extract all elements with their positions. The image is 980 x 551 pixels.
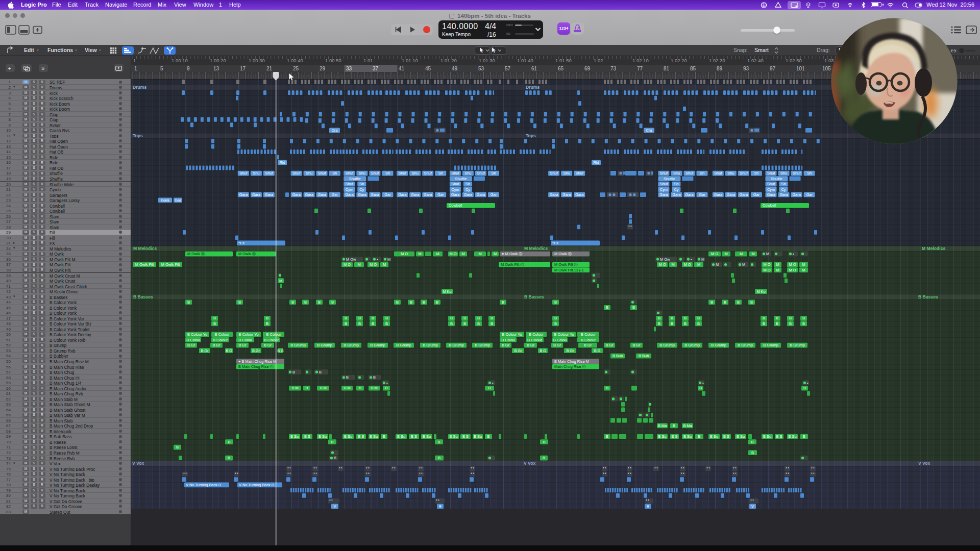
svg-text:B Gr: B Gr [566,348,574,353]
svg-text:Shuf: Shuf [398,171,406,176]
svg-text:M: M [776,268,779,272]
svg-text:49: 49 [452,66,458,71]
svg-text:B Colour: B Colour [215,332,230,337]
svg-text:Shuf: Shuf [318,171,326,176]
svg-text:B S: B S [723,434,729,439]
svg-text:Gara: Gara [550,192,558,197]
svg-text:M Ow: M Ow [660,257,670,262]
svg-text:*FX: *FX [238,241,244,245]
svg-text:Shu: Shu [673,171,680,176]
svg-text:B: B [803,386,806,390]
svg-text:B Basses: B Basses [524,294,544,299]
svg-text:B: B [383,434,385,439]
svg-text:1:02:50: 1:02:50 [786,58,802,63]
svg-text:B Ma: B Ma [658,423,667,428]
svg-text:69: 69 [584,66,591,71]
svg-text:Shuf: Shuf [292,171,301,176]
svg-text:B: B [697,321,700,326]
svg-text:1:01:40: 1:01:40 [517,58,533,63]
svg-text:Cy: Cy [465,187,470,192]
svg-text:B Su: B Su [474,434,482,439]
svg-text:Gar: Gar [699,192,705,197]
svg-text:B Grump: B Grump [790,343,805,347]
svg-text:B Gr: B Gr [212,343,220,347]
svg-text:B: B [763,321,765,326]
svg-text:B: B [658,321,660,326]
svg-text:Shu: Shu [780,171,787,176]
svg-text:1:01:50: 1:01:50 [555,58,572,63]
svg-text:Sh: Sh [754,171,758,176]
svg-text:M: M [776,262,779,267]
svg-text:Shuf: Shuf [714,171,722,176]
svg-text:Cym: Cym [660,187,668,192]
svg-text:1:01: 1:01 [363,58,373,63]
svg-text:Shu: Shu [727,171,734,176]
svg-text:B: B [304,300,307,305]
svg-text:B Grump: B Grump [449,343,464,347]
svg-text:105: 105 [822,66,831,71]
svg-text:B Gr: B Gr [527,343,535,347]
svg-text:● M Owlk ⓒ: ● M Owlk ⓒ [502,252,523,256]
svg-text:B: B [698,434,701,439]
svg-text:Shuf: Shuf [346,182,354,186]
svg-text:B: B [213,316,216,320]
svg-text:B Grump: B Grump [659,343,675,347]
svg-text:Drums: Drums [133,85,146,90]
svg-text:B Su: B Su [449,434,457,439]
svg-text:B: B [737,300,740,305]
svg-text:Shuf: Shuf [265,171,273,176]
svg-text:B: B [488,386,491,390]
svg-text:73: 73 [610,66,617,71]
svg-text:Gara: Gara [358,192,366,197]
svg-text:B: B [187,300,190,305]
svg-text:*FX: *FX [552,241,558,245]
svg-text:B Su: B Su [658,434,666,439]
svg-text:B Grump: B Grump [475,343,490,347]
svg-text:B: B [385,386,388,390]
svg-text:B Gr: B Gr [514,348,522,353]
svg-text:B G: B G [226,348,232,353]
svg-text:Shuf: Shuf [767,182,775,186]
svg-text:M O: M O [789,268,796,272]
svg-text:B: B [373,375,376,380]
svg-text:77: 77 [637,66,643,71]
svg-text:Cym: Cym [346,187,353,192]
svg-text:B Grump: B Grump [738,343,753,347]
svg-text:Gara: Gara [477,192,485,197]
svg-text:B Colour: B Colour [264,338,279,342]
svg-text:B: B [372,316,374,320]
svg-text:B: B [423,300,425,305]
svg-text:B Grump: B Grump [290,343,306,347]
svg-text:M: M [697,262,700,267]
svg-text:M O: M O [370,262,377,267]
svg-text:•: • [702,381,704,385]
svg-text:Gara: Gara [779,192,788,197]
svg-text:M: M [279,279,282,283]
svg-text:B: B [358,321,361,326]
svg-text:Gara: Gara [451,192,460,197]
svg-text:B: B [396,300,399,305]
svg-text:B: B [606,305,608,310]
svg-text:B M: B M [320,386,326,390]
svg-text:B Su: B Su [737,434,745,439]
svg-text:B: B [176,445,179,449]
svg-text:● B Main Chug Rise M: ● B Main Chug Rise M [238,359,276,364]
svg-text:B: B [491,316,493,320]
svg-text:M: M [478,252,481,256]
svg-text:1:00:10: 1:00:10 [172,58,188,63]
svg-text:M: M [751,252,754,256]
svg-text:B: B [671,321,673,326]
svg-text:B S: B S [411,434,417,439]
svg-text:B: B [671,316,673,320]
svg-text:M Ow: M Ow [346,257,356,262]
svg-text:M Owlk ⓒ: M Owlk ⓒ [187,252,205,256]
svg-text:M: M [742,262,745,267]
svg-text:B M: B M [371,386,377,390]
svg-text:M Owlk Filt ⓒ: M Owlk Filt ⓒ [501,262,524,267]
svg-text:B: B [606,386,608,390]
svg-text:Drums: Drums [526,85,540,90]
svg-text:Sh: Sh [359,182,364,186]
svg-text:B Gr: B Gr [553,343,561,347]
svg-text:B: B [346,375,349,380]
svg-text:V Vox: V Vox [132,461,144,466]
